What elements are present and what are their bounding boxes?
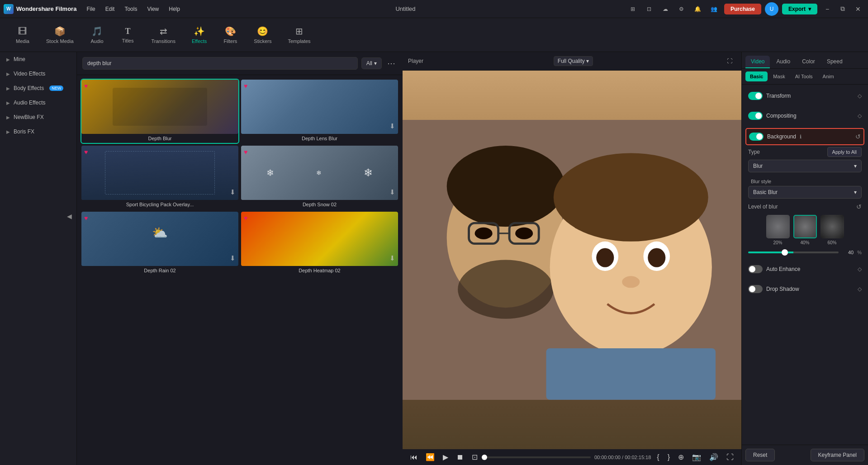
tool-transitions[interactable]: ⇄ Transitions: [145, 23, 182, 47]
sidebar-item-audio-effects[interactable]: ▶ Audio Effects: [0, 95, 76, 110]
tool-effects[interactable]: ✨ Effects: [185, 23, 213, 47]
filter-dropdown[interactable]: All ▾: [361, 57, 382, 69]
skip-back-button[interactable]: ⏮: [408, 452, 420, 462]
effect-card-depth-heatmap[interactable]: ♥ ⬇ Depth Heatmap 02: [240, 211, 399, 276]
reset-icon[interactable]: ↺: [855, 133, 861, 140]
tool-templates[interactable]: ⊞ Templates: [281, 23, 317, 47]
sidebar-item-newblue-fx[interactable]: ▶ NewBlue FX: [0, 110, 76, 124]
keyframe-diamond-icon[interactable]: ◇: [858, 113, 862, 119]
auto-enhance-toggle[interactable]: [748, 265, 763, 273]
compositing-toggle[interactable]: [748, 112, 763, 120]
favorite-icon: ♥: [84, 82, 88, 90]
effect-card-depth-blur[interactable]: ♥ Depth Blur: [81, 79, 239, 144]
tab-basic[interactable]: Basic: [745, 71, 768, 81]
menu-tools[interactable]: Tools: [120, 4, 142, 14]
loop-button[interactable]: ⊡: [470, 452, 480, 462]
blur-style-dropdown[interactable]: Basic Blur ▾: [748, 186, 862, 199]
settings-icon[interactable]: ⚙: [675, 3, 688, 15]
cloud-icon[interactable]: ☁: [659, 3, 672, 15]
compositing-header[interactable]: Compositing ◇: [745, 108, 864, 123]
maximize-button[interactable]: ⧉: [836, 3, 849, 15]
tab-audio[interactable]: Audio: [771, 56, 796, 68]
keyframe-panel-button[interactable]: Keyframe Panel: [811, 449, 864, 461]
transform-toggle[interactable]: [748, 92, 763, 100]
tab-mask[interactable]: Mask: [768, 71, 789, 81]
sidebar-item-video-effects[interactable]: ▶ Video Effects: [0, 66, 76, 81]
quality-dropdown[interactable]: Full Quality ▾: [554, 56, 593, 66]
keyframe-diamond-icon[interactable]: ◇: [858, 286, 862, 292]
export-button[interactable]: Export ▾: [782, 4, 817, 14]
apply-all-button[interactable]: Apply to All: [827, 147, 862, 157]
menu-edit[interactable]: Edit: [101, 4, 119, 14]
app-name: Wondershare Filmora: [16, 5, 76, 12]
blur-options: 20% 40% 60%: [745, 212, 864, 248]
in-point-button[interactable]: {: [655, 452, 661, 462]
keyframe-diamond-icon[interactable]: ◇: [858, 266, 862, 272]
audio-btn[interactable]: 🔊: [707, 452, 721, 462]
drop-shadow-icons: ◇: [858, 286, 862, 292]
out-point-button[interactable]: }: [665, 452, 672, 462]
tool-titles[interactable]: T Titles: [114, 24, 142, 46]
effects-panel: All ▾ ⋯ ♥ Depth Blur: [77, 52, 403, 465]
fit-button[interactable]: ⛶: [724, 452, 736, 462]
tool-stock-media[interactable]: 📦 Stock Media: [40, 23, 80, 47]
video-content-svg: [403, 71, 741, 449]
more-options-button[interactable]: ⋯: [385, 57, 397, 70]
blur-option-60[interactable]: 60%: [821, 215, 844, 245]
tab-ai-tools[interactable]: AI Tools: [791, 71, 817, 81]
drop-shadow-toggle[interactable]: [748, 285, 763, 293]
reset-button[interactable]: Reset: [745, 449, 775, 461]
tab-anim[interactable]: Anim: [818, 71, 839, 81]
tab-color[interactable]: Color: [797, 56, 821, 68]
blur-option-40[interactable]: 40%: [793, 215, 817, 245]
sidebar-item-body-effects[interactable]: ▶ Body Effects NEW: [0, 81, 76, 95]
bell-icon[interactable]: 🔔: [692, 3, 704, 15]
menu-file[interactable]: File: [82, 4, 100, 14]
stop-button[interactable]: ⏹: [454, 452, 466, 462]
blur-type-dropdown[interactable]: Blur ▾: [748, 160, 862, 172]
fullscreen-icon[interactable]: ⛶: [723, 55, 736, 67]
info-icon[interactable]: ℹ: [800, 134, 802, 140]
tool-audio[interactable]: 🎵 Audio: [84, 23, 111, 47]
purchase-button[interactable]: Purchase: [724, 4, 761, 14]
add-to-timeline-button[interactable]: ⊕: [676, 452, 686, 462]
minimize-button[interactable]: −: [821, 3, 834, 15]
play-button[interactable]: ▶: [441, 452, 451, 462]
blur-option-20[interactable]: 20%: [766, 215, 790, 245]
download-icon: ⬇: [389, 254, 395, 262]
collapse-panel-button[interactable]: ◀: [67, 213, 72, 220]
time-current: 00:00:00:00 / 00:02:15:18: [594, 455, 651, 460]
keyframe-diamond-icon[interactable]: ◇: [858, 93, 862, 99]
tool-stickers[interactable]: 😊 Stickers: [247, 23, 278, 47]
tab-video[interactable]: Video: [745, 56, 770, 68]
menu-view[interactable]: View: [142, 4, 163, 14]
right-panel-content: Transform ◇ Compositing: [742, 85, 868, 445]
playback-controls: ⏮ ⏪ ▶ ⏹ ⊡ 00:00:00:00 / 00:02:15:18 { } …: [403, 449, 741, 465]
favorite-icon: ♥: [244, 148, 247, 156]
audio-icon: 🎵: [91, 26, 103, 37]
menu-help[interactable]: Help: [164, 4, 185, 14]
transform-header[interactable]: Transform ◇: [745, 88, 864, 104]
snapshot-button[interactable]: 📷: [690, 452, 703, 462]
background-header[interactable]: Background ℹ ↺: [745, 128, 864, 145]
layout-icon[interactable]: ⊞: [626, 3, 639, 15]
people-icon[interactable]: 👥: [708, 3, 721, 15]
effect-card-depth-snow[interactable]: ❄ ❄ ❄ ♥ ⬇ Depth Snow 02: [240, 145, 399, 210]
background-toggle[interactable]: [749, 133, 764, 141]
sidebar-item-mine[interactable]: ▶ Mine: [0, 52, 76, 66]
step-back-button[interactable]: ⏪: [423, 452, 437, 462]
tab-speed[interactable]: Speed: [821, 56, 848, 68]
tool-filters[interactable]: 🎨 Filters: [217, 23, 244, 47]
templates-icon: ⊞: [295, 26, 303, 37]
sidebar-item-boris-fx[interactable]: ▶ Boris FX: [0, 124, 76, 139]
close-button[interactable]: ✕: [852, 3, 864, 15]
effect-card-depth-lens-blur[interactable]: ♥ ⬇ Depth Lens Blur: [240, 79, 399, 144]
tool-media[interactable]: 🎞 Media: [9, 24, 36, 47]
progress-bar[interactable]: [484, 456, 591, 458]
blur-level-reset-icon[interactable]: ↺: [856, 203, 862, 210]
effect-card-sport-bicycling[interactable]: ♥ ⬇ Sport Bicycling Pack Overlay...: [81, 145, 239, 210]
screen-icon[interactable]: ⊡: [643, 3, 655, 15]
effect-card-depth-rain[interactable]: ⛅ ♥ ⬇ Depth Rain 02: [81, 211, 239, 276]
blur-level-slider[interactable]: [748, 251, 839, 253]
search-input[interactable]: [82, 57, 358, 70]
